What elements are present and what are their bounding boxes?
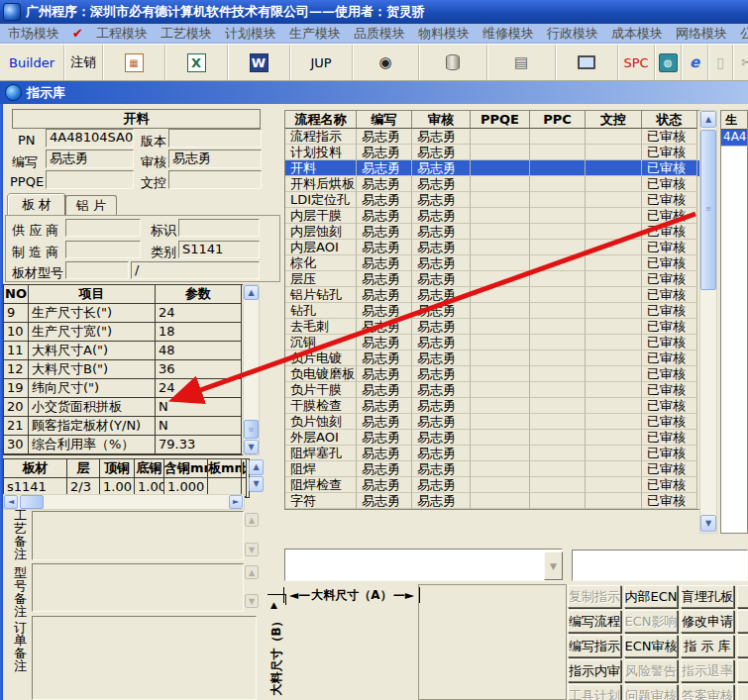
action-button-盲埋孔板[interactable]: 盲埋孔板 bbox=[681, 585, 734, 608]
board-model-field-2[interactable]: / bbox=[131, 261, 260, 279]
param-row[interactable]: 9生产尺寸长(")24 bbox=[4, 304, 244, 323]
flow-scroll-up-button[interactable]: ▲ bbox=[700, 111, 716, 128]
tab-aluminum-sheet[interactable]: 铝 片 bbox=[65, 195, 117, 215]
remark1-scroll-up-button[interactable]: ▲ bbox=[245, 513, 259, 527]
param-scroll-up-button[interactable]: ▲ bbox=[244, 285, 259, 300]
menu-item-2[interactable]: 工程模块 bbox=[96, 25, 148, 43]
param-scroll-thumb[interactable]: ≡ bbox=[244, 420, 259, 439]
action-button-工[interactable]: 工 bbox=[737, 659, 748, 682]
action-button-指示退率[interactable]: 指示退率 bbox=[681, 659, 734, 682]
flow-row[interactable]: 内层干膜易志勇易志勇已审核 bbox=[285, 208, 699, 224]
action-button-合[interactable]: 合 bbox=[737, 610, 748, 633]
info-text-box[interactable] bbox=[572, 550, 748, 581]
eye-button[interactable]: ◉ bbox=[353, 45, 419, 80]
menu-item-4[interactable]: 计划模块 bbox=[225, 25, 276, 43]
action-button-复制指示[interactable]: 复制指示 bbox=[568, 585, 621, 608]
flow-scroll-down-button[interactable]: ▼ bbox=[700, 515, 716, 532]
flow-row[interactable]: 阻焊塞孔易志勇易志勇已审核 bbox=[285, 446, 699, 461]
excel-button[interactable]: X bbox=[165, 45, 228, 80]
action-button-指示内审[interactable]: 指示内审 bbox=[568, 659, 621, 682]
internet-explorer-button[interactable]: e bbox=[682, 45, 708, 80]
writer-field[interactable]: 易志勇 bbox=[46, 150, 134, 168]
h-scroll-thumb[interactable] bbox=[20, 495, 44, 509]
param-scroll-down-button[interactable]: ▼ bbox=[244, 440, 259, 454]
menu-item-12[interactable]: 公用模块 bbox=[740, 25, 748, 43]
flow-row[interactable]: 负片电镀易志勇易志勇已审核 bbox=[285, 350, 699, 366]
remark2-scroll-down-button[interactable]: ▼ bbox=[245, 594, 259, 608]
flow-row[interactable]: LDI定位孔易志勇易志勇已审核 bbox=[285, 192, 699, 208]
flow-row[interactable]: 内层AOI易志勇易志勇已审核 bbox=[285, 240, 699, 255]
flow-scroll-thumb[interactable]: ≡ bbox=[700, 130, 716, 290]
param-row[interactable]: 12大料尺寸B(")36 bbox=[4, 360, 244, 379]
param-row[interactable]: 21顾客指定板材(Y/N)N bbox=[4, 417, 244, 436]
version-field[interactable] bbox=[168, 129, 262, 148]
flow-row[interactable]: 负电镀磨板易志勇易志勇已审核 bbox=[285, 366, 699, 382]
h-scroll-right-button[interactable]: ► bbox=[229, 495, 243, 509]
param-row[interactable]: 11大料尺寸A(")48 bbox=[4, 342, 244, 360]
action-button-内部ECN[interactable]: 内部ECN bbox=[624, 585, 678, 608]
scissors-button[interactable]: ✂ bbox=[733, 45, 748, 80]
param-row[interactable]: 20小交货面积拼板N bbox=[4, 398, 244, 417]
word-button[interactable]: W bbox=[228, 45, 290, 80]
action-button-修改申请[interactable]: 修改申请 bbox=[681, 610, 734, 633]
remark1-scroll-down-button[interactable]: ▼ bbox=[245, 543, 259, 556]
action-button-r4c3[interactable] bbox=[737, 684, 748, 700]
param-row[interactable]: 30综合利用率（%）79.33 bbox=[4, 436, 244, 454]
menu-item-3[interactable]: 工艺模块 bbox=[160, 25, 212, 43]
flow-row[interactable]: 开料后烘板易志勇易志勇已审核 bbox=[285, 176, 699, 192]
side-list-selected-item[interactable]: 4A48104SA0 bbox=[721, 130, 747, 147]
mark-field[interactable] bbox=[178, 219, 260, 237]
flow-row[interactable]: 阻焊易志勇易志勇已审核 bbox=[285, 461, 699, 477]
action-button-报[interactable]: 报 bbox=[737, 585, 748, 608]
board-scroll-up-button[interactable]: ▲ bbox=[249, 459, 264, 475]
action-button-编写指示[interactable]: 编写指示 bbox=[568, 635, 621, 657]
flow-row[interactable]: 去毛刺易志勇易志勇已审核 bbox=[285, 319, 699, 335]
jup-button[interactable]: JUP bbox=[290, 45, 353, 80]
flow-row[interactable]: 外层AOI易志勇易志勇已审核 bbox=[285, 430, 699, 446]
action-button-ECN影响[interactable]: ECN影响 bbox=[624, 610, 678, 633]
action-button-风险警告[interactable]: 风险警告 bbox=[624, 659, 678, 682]
flow-row[interactable]: 铝片钻孔易志勇易志勇已审核 bbox=[285, 287, 699, 303]
param-row[interactable]: 10生产尺寸宽(")18 bbox=[4, 323, 244, 342]
action-button-指 示 库[interactable]: 指 示 库 bbox=[681, 635, 734, 657]
auditor-field[interactable]: 易志勇 bbox=[168, 150, 262, 168]
flow-combo-box[interactable] bbox=[284, 549, 563, 581]
doc-control-field[interactable] bbox=[168, 170, 262, 189]
remark2-scroll-up-button[interactable]: ▲ bbox=[245, 565, 259, 579]
action-button-答案审核[interactable]: 答案审核 bbox=[681, 684, 734, 700]
menu-item-7[interactable]: 物料模块 bbox=[418, 25, 470, 43]
action-button-编写流程[interactable]: 编写流程 bbox=[568, 610, 621, 633]
tab-board-material[interactable]: 板 材 bbox=[8, 194, 65, 215]
flow-row[interactable]: 层压易志勇易志勇已审核 bbox=[285, 271, 699, 287]
builder-button[interactable]: Builder bbox=[0, 45, 64, 80]
combo-dropdown-button[interactable]: ▼ bbox=[544, 551, 563, 580]
flow-row[interactable]: 棕化易志勇易志勇已审核 bbox=[285, 255, 699, 271]
globe-clipboard-button[interactable]: ◍ bbox=[655, 45, 682, 80]
menu-item-5[interactable]: 生产模块 bbox=[289, 25, 341, 43]
manufacturer-field[interactable] bbox=[65, 241, 141, 258]
menu-item-6[interactable]: 品质模块 bbox=[354, 25, 405, 43]
printer-button[interactable]: ▤ bbox=[487, 45, 556, 80]
category-field[interactable]: S1141 bbox=[178, 241, 260, 258]
h-scroll-left-button[interactable]: ◄ bbox=[4, 495, 18, 509]
logout-button[interactable]: 注销 bbox=[64, 45, 103, 80]
action-button-粗[interactable]: 粗 bbox=[737, 635, 748, 657]
board-model-field[interactable] bbox=[65, 261, 129, 279]
database-button[interactable] bbox=[419, 45, 487, 80]
supplier-field[interactable] bbox=[65, 219, 141, 237]
flow-row[interactable]: 流程指示易志勇易志勇已审核 bbox=[285, 129, 699, 145]
process-remark-textarea[interactable] bbox=[32, 511, 244, 560]
form-button[interactable]: ▦ bbox=[103, 45, 165, 80]
flow-row[interactable]: 沉铜易志勇易志勇已审核 bbox=[285, 335, 699, 350]
model-remark-textarea[interactable] bbox=[32, 563, 244, 612]
new-page-button[interactable]: ▯ bbox=[708, 45, 733, 80]
ppqe-field[interactable] bbox=[46, 170, 134, 189]
action-button-问题审核[interactable]: 问题审核 bbox=[624, 684, 678, 700]
pn-field[interactable]: 4A48104SA0 bbox=[46, 129, 134, 148]
flow-row[interactable]: 负片蚀刻易志勇易志勇已审核 bbox=[285, 414, 699, 430]
menu-item-10[interactable]: 成本模块 bbox=[611, 25, 663, 43]
flow-row[interactable]: 字符易志勇易志勇已审核 bbox=[285, 493, 699, 509]
board-scroll-down-button[interactable]: ▼ bbox=[249, 476, 264, 492]
menu-item-8[interactable]: 维修模块 bbox=[482, 25, 534, 43]
menu-item-9[interactable]: 行政模块 bbox=[547, 25, 598, 43]
